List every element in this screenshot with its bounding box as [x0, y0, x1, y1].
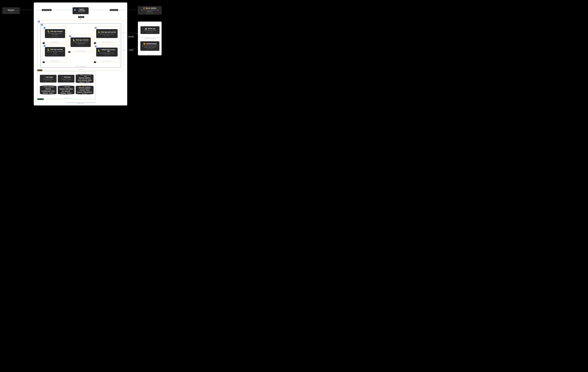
patient-data-meta: [Store: SQL]	[79, 81, 90, 83]
gcp-group-icon: ☁️	[38, 72, 40, 74]
vital-topic-title: Vital topic	[64, 76, 71, 78]
svc-api: ⚙ 🐍Patient and sensors API API for patie…	[94, 45, 119, 62]
svc-icon-4: ⚙	[95, 27, 97, 29]
recorder-title: Vital sign recorder	[50, 49, 63, 50]
svc-label-5: [Group: K8 Service]	[103, 61, 111, 62]
alert-desc: Notification service for alerts	[100, 33, 114, 35]
mobile-meta: [App: Android]	[147, 32, 153, 33]
signal-cache-db[interactable]: ⚡Signal cache Stores patient sensor data…	[76, 85, 94, 94]
patient-data-db[interactable]: ≡Patient and sensor data Stores patient …	[76, 74, 94, 83]
analyzer-node[interactable]: 🐍Vital sign analyzer Analyzes vital data…	[45, 29, 65, 38]
svc-analyzer: ⚙ 🐍Vital sign analyzer Analyzes vital da…	[43, 26, 67, 43]
ingress-meta: [App: K8 Ingress]	[77, 12, 84, 13]
badge-2x-2: 2x	[42, 62, 45, 63]
shuffle-icon: ⇄	[74, 9, 76, 11]
streamer-title: Vital sign streamer	[76, 39, 89, 41]
edge-sends-data: Sends data to	[110, 9, 118, 11]
edge-https: HTTPS	[129, 49, 134, 51]
mobile-desc: Medical staff app for alerts	[144, 30, 156, 31]
mmd-meta: [System: GCP]	[147, 48, 153, 49]
sys-footer-desc: Tracks patient vitals and sends data and…	[65, 102, 96, 103]
alert-meta: [App: Python]	[104, 35, 110, 36]
mmd-title: MyMedicalData	[146, 43, 157, 45]
alert-topic-meta: [App: Pub/Sub]	[45, 80, 52, 81]
gcp-icon: 🔶	[143, 7, 145, 9]
rules-db-desc: Stores configured rules	[41, 88, 55, 92]
nurse-desc: Used by medical professionals to see pat…	[139, 9, 160, 12]
api-desc: API for patient and sensor data	[100, 52, 114, 54]
vital-data-db[interactable]: ≡Vital data Saves vital data by sensor […	[58, 85, 74, 94]
patient-data-title: Patient and sensor data	[79, 74, 92, 77]
alert-node[interactable]: 🐍Vital sign alert service Notification s…	[96, 29, 118, 38]
patient-data-desc: Stores patient and sensor data	[77, 77, 92, 81]
recorder-desc: Stores raw sensor data and sends to topi…	[46, 51, 63, 54]
sql-icon: ≡	[62, 86, 63, 88]
public-cloud-badge: Public cloud	[37, 98, 44, 100]
alert-topic-title: Alert topic	[46, 76, 53, 78]
svc-label-2: [Group: K8 Service]	[51, 61, 59, 62]
mobile-context: ☁️ 🤖Mobile app Medical staff app for ale…	[139, 24, 161, 40]
k8-label: [Group: K8]	[78, 69, 83, 70]
sensors-node[interactable]: Sensors [System]	[2, 7, 20, 14]
vital-topic-desc: Message streaming	[62, 79, 71, 80]
svc-label-1: [Group: K8 Service]	[51, 41, 59, 42]
svc-alert: ⚙ 🐍Vital sign alert service Notification…	[94, 26, 119, 43]
edge-push-alert: Push alert	[128, 36, 134, 38]
k8-group: ⎈ [Group: K8] ● [Group: K8 Namespace] ⚙ …	[37, 20, 124, 70]
streamer-desc: Streams vital signs and alerts to consol…	[72, 41, 89, 44]
svc-icon-3: ⚙	[69, 35, 71, 37]
sql-icon: ≡	[77, 74, 78, 77]
mobile-title: Mobile app	[148, 28, 155, 30]
recorder-meta: [App: Python]	[52, 54, 58, 55]
mmd-desc: Cloud-based system that stores patient r…	[142, 45, 158, 48]
ingress-node[interactable]: ⇄ Ingress Controller [App: K8 Ingress]	[73, 7, 89, 14]
redis-icon: ⚡	[79, 84, 81, 87]
gcp-corner-icon: ☁️	[34, 3, 36, 5]
api-node[interactable]: 🐍Patient and sensors API API for patient…	[96, 48, 118, 57]
api-title: Patient and sensors API	[101, 49, 116, 52]
ns-icon: ●	[41, 24, 43, 26]
pubsub-icon: ✦	[62, 76, 63, 78]
nurse-meta: [System: GCP]	[147, 12, 153, 14]
badge-2x-5: 2x	[94, 62, 96, 63]
badge-2x-1: 2x	[42, 42, 45, 44]
svc-label-3: [Group: K8 Service]	[76, 50, 85, 52]
nurse-node[interactable]: 🔶 Nurse station Used by medical professi…	[138, 6, 162, 15]
alert-topic-node[interactable]: ✦Alert topic Message streaming [App: Pub…	[40, 75, 57, 83]
signal-cache-meta: [Store: Memstore Redis]	[77, 91, 92, 95]
python-icon: 🐍	[47, 30, 50, 32]
svc-streamer: ⚙ 🐍Vital sign streamer Streams vital sig…	[69, 35, 93, 52]
python-icon: 🐍	[47, 48, 50, 51]
python-icon: 🐍	[73, 39, 75, 41]
edge-manages: Manages	[78, 16, 84, 18]
rules-db[interactable]: ≡Rules database Stores configured rules …	[40, 85, 57, 94]
ingress-title: Ingress Controller	[76, 8, 87, 12]
k8-namespace: ● [Group: K8 Namespace] ⚙ 🐍Vital sign an…	[41, 23, 121, 67]
signal-cache-desc: Stores patient sensor data	[77, 87, 92, 91]
svc-icon-5: ⚙	[95, 45, 97, 47]
vital-topic-meta: [App: Pub/Sub]	[63, 80, 69, 81]
mobile-ctx-meta: [System in: other context]	[139, 38, 160, 39]
streamer-meta: [App: Python]	[78, 44, 84, 46]
svc-icon-2: ⚙	[43, 45, 45, 47]
vital-data-desc: Saves vital data by sensor	[59, 88, 73, 92]
badge-2x-4: 2x	[94, 42, 96, 44]
edge-sends-vitals: Sends vital signs	[42, 9, 52, 11]
analyzer-desc: Analyzes vital data to identify abnormal…	[46, 33, 63, 35]
onprem-badge: On Prem	[37, 70, 42, 71]
recorder-node[interactable]: 🐍Vital sign recorder Stores raw sensor d…	[45, 47, 65, 57]
sql-icon: ≡	[42, 86, 43, 88]
mobile-node[interactable]: 🤖Mobile app Medical staff app for alerts…	[140, 26, 159, 34]
streamer-node[interactable]: 🐍Vital sign streamer Streams vital signs…	[71, 37, 91, 47]
ext-gcp-icon: ☁️	[138, 22, 140, 24]
sensors-meta: [System]	[9, 11, 13, 12]
svc-label-4: [Group: K8 Service]	[103, 41, 111, 42]
analyzer-meta: [App: Python]	[52, 36, 58, 37]
vital-topic-node[interactable]: ✦Vital topic Message streaming [App: Pub…	[58, 75, 74, 83]
gcp-label: [Group: GCP]	[64, 97, 69, 99]
api-meta: [App: Python]	[104, 54, 110, 55]
rules-db-title: Rules database	[44, 86, 54, 88]
mmd-node[interactable]: 🔶MyMedicalData Cloud-based system that s…	[140, 41, 159, 51]
analyzer-title: Vital sign analyzer	[50, 31, 63, 32]
k8-icon: ⎈	[38, 21, 40, 23]
